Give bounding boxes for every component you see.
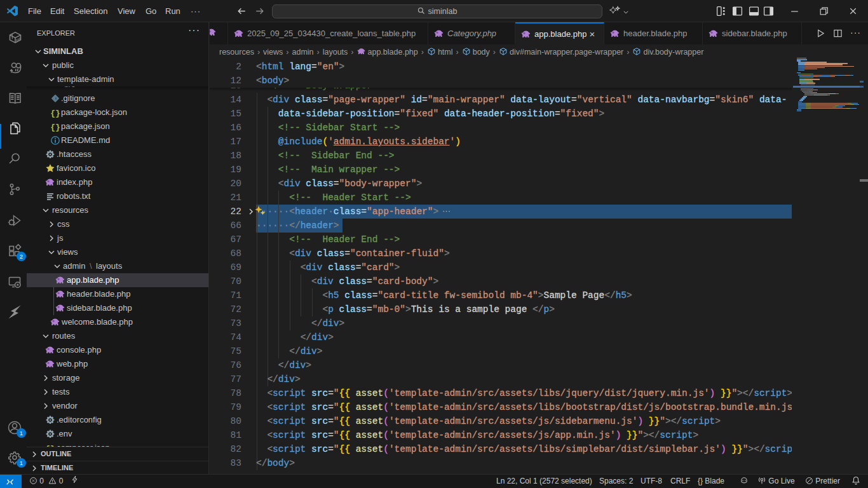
svg-text:{}: {} — [50, 123, 60, 132]
svg-text:{}: {} — [50, 109, 60, 118]
